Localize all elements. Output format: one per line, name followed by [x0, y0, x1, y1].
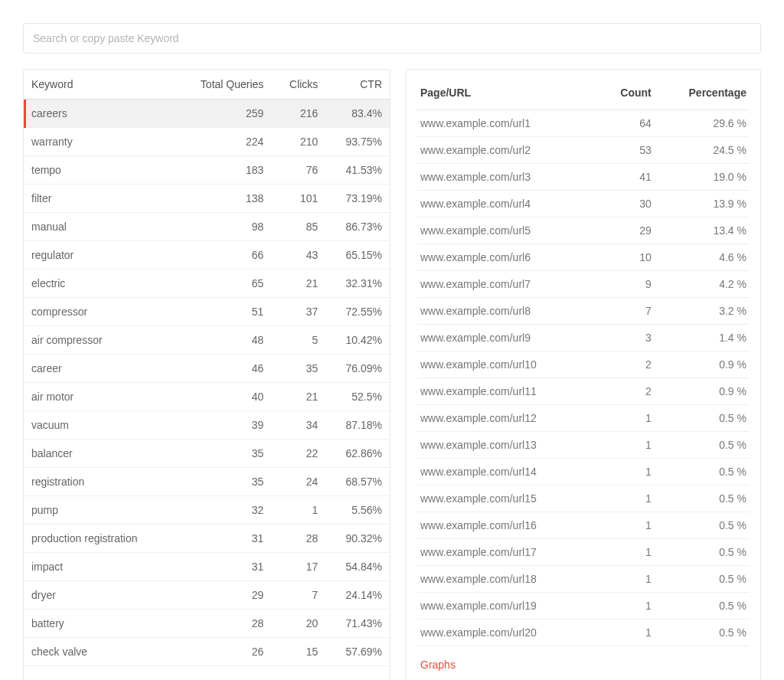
total-queries-cell: 98 [174, 213, 271, 241]
table-row[interactable]: www.example.com/url16429.6 % [417, 110, 750, 137]
table-row[interactable]: careers25921683.4% [24, 100, 390, 128]
page-url-cell: www.example.com/url20 [417, 620, 599, 646]
table-row[interactable]: air compressor48510.42% [24, 326, 390, 355]
table-row[interactable]: warranty22421093.75% [24, 128, 390, 156]
clicks-cell: 37 [271, 298, 325, 326]
clicks-cell: 101 [271, 185, 325, 213]
ctr-cell: 32.31% [325, 270, 390, 298]
keyword-cell: careers [24, 100, 174, 128]
keyword-cell: pump [24, 496, 174, 525]
table-row[interactable]: www.example.com/url931.4 % [417, 325, 750, 351]
percentage-cell: 4.2 % [655, 271, 750, 298]
page-url-cell: www.example.com/url15 [417, 485, 599, 512]
total-queries-cell: 51 [174, 298, 271, 326]
table-row[interactable]: career463576.09% [24, 355, 390, 383]
col-count[interactable]: Count [599, 79, 655, 110]
clicks-cell: 24 [271, 468, 325, 496]
table-row[interactable]: production registration312890.32% [24, 525, 390, 553]
table-row[interactable]: www.example.com/url1710.5 % [417, 539, 750, 566]
count-cell: 1 [599, 405, 655, 432]
total-queries-cell: 31 [174, 553, 271, 581]
clicks-cell: 216 [271, 100, 325, 128]
col-keyword[interactable]: Keyword [24, 70, 174, 100]
percentage-cell: 4.6 % [655, 244, 750, 271]
keyword-cell: air motor [24, 383, 174, 411]
clicks-cell: 21 [271, 270, 325, 298]
table-row[interactable]: www.example.com/url1210.5 % [417, 405, 750, 432]
table-row[interactable]: regulator664365.15% [24, 241, 390, 270]
clicks-cell: 43 [271, 241, 325, 270]
percentage-cell: 0.5 % [655, 405, 750, 432]
count-cell: 1 [599, 539, 655, 566]
table-row[interactable]: check valve261557.69% [24, 638, 390, 666]
table-row[interactable]: www.example.com/url1910.5 % [417, 593, 750, 620]
table-row[interactable]: www.example.com/url1310.5 % [417, 432, 750, 459]
table-row[interactable]: www.example.com/url794.2 % [417, 271, 750, 298]
keyword-cell: regulator [24, 241, 174, 270]
table-row[interactable]: air motor402152.5% [24, 383, 390, 411]
graphs-link[interactable]: Graphs [417, 651, 750, 680]
table-row[interactable]: vacuum393487.18% [24, 411, 390, 440]
ctr-cell: 73.19% [325, 185, 390, 213]
table-row[interactable]: www.example.com/url34119.0 % [417, 164, 750, 191]
ctr-cell: 72.55% [325, 298, 390, 326]
ctr-cell: 41.53% [325, 156, 390, 185]
table-row[interactable]: www.example.com/url1020.9 % [417, 351, 750, 378]
table-row[interactable]: www.example.com/url1410.5 % [417, 459, 750, 485]
col-page-url[interactable]: Page/URL [417, 79, 599, 110]
table-row[interactable]: battery282071.43% [24, 610, 390, 638]
percentage-cell: 0.5 % [655, 593, 750, 620]
count-cell: 1 [599, 485, 655, 512]
table-row[interactable]: tempo1837641.53% [24, 156, 390, 185]
table-row[interactable]: www.example.com/url1510.5 % [417, 485, 750, 512]
table-row[interactable]: compressor513772.55% [24, 298, 390, 326]
count-cell: 30 [599, 191, 655, 217]
count-cell: 1 [599, 432, 655, 459]
keyword-cell: battery [24, 610, 174, 638]
table-row[interactable]: www.example.com/url25324.5 % [417, 137, 750, 164]
ctr-cell: 86.73% [325, 213, 390, 241]
count-cell: 2 [599, 378, 655, 405]
table-row[interactable]: dryer29724.14% [24, 581, 390, 610]
clicks-cell: 7 [271, 581, 325, 610]
table-row[interactable]: www.example.com/url6104.6 % [417, 244, 750, 271]
percentage-cell: 0.5 % [655, 539, 750, 566]
total-queries-cell: 40 [174, 383, 271, 411]
table-row[interactable]: www.example.com/url52913.4 % [417, 217, 750, 244]
total-queries-cell: 29 [174, 581, 271, 610]
table-row[interactable]: pump3215.56% [24, 496, 390, 525]
table-row[interactable]: www.example.com/url1810.5 % [417, 566, 750, 593]
count-cell: 1 [599, 593, 655, 620]
count-cell: 41 [599, 164, 655, 191]
table-row[interactable]: filter13810173.19% [24, 185, 390, 213]
table-row[interactable]: www.example.com/url1120.9 % [417, 378, 750, 405]
table-row[interactable]: www.example.com/url43013.9 % [417, 191, 750, 217]
count-cell: 1 [599, 459, 655, 485]
table-row[interactable]: www.example.com/url2010.5 % [417, 620, 750, 646]
table-row[interactable]: registration352468.57% [24, 468, 390, 496]
page-url-cell: www.example.com/url10 [417, 351, 599, 378]
keyword-cell: filter [24, 185, 174, 213]
total-queries-cell: 35 [174, 440, 271, 468]
percentage-cell: 0.5 % [655, 566, 750, 593]
ctr-cell: 93.75% [325, 128, 390, 156]
total-queries-cell: 138 [174, 185, 271, 213]
table-row[interactable]: balancer352262.86% [24, 440, 390, 468]
clicks-cell: 34 [271, 411, 325, 440]
clicks-cell: 35 [271, 355, 325, 383]
col-ctr[interactable]: CTR [325, 70, 390, 100]
table-row[interactable]: www.example.com/url1610.5 % [417, 512, 750, 539]
col-percentage[interactable]: Percentage [655, 79, 750, 110]
table-row[interactable]: manual988586.73% [24, 213, 390, 241]
table-row[interactable]: impact311754.84% [24, 553, 390, 581]
col-total-queries[interactable]: Total Queries [174, 70, 271, 100]
keyword-cell: electric [24, 270, 174, 298]
table-row[interactable]: www.example.com/url873.2 % [417, 298, 750, 325]
table-row[interactable]: electric652132.31% [24, 270, 390, 298]
percentage-cell: 24.5 % [655, 137, 750, 164]
search-input[interactable] [23, 23, 761, 54]
ctr-cell: 76.09% [325, 355, 390, 383]
ctr-cell: 65.15% [325, 241, 390, 270]
page-url-cell: www.example.com/url3 [417, 164, 599, 191]
col-clicks[interactable]: Clicks [271, 70, 325, 100]
